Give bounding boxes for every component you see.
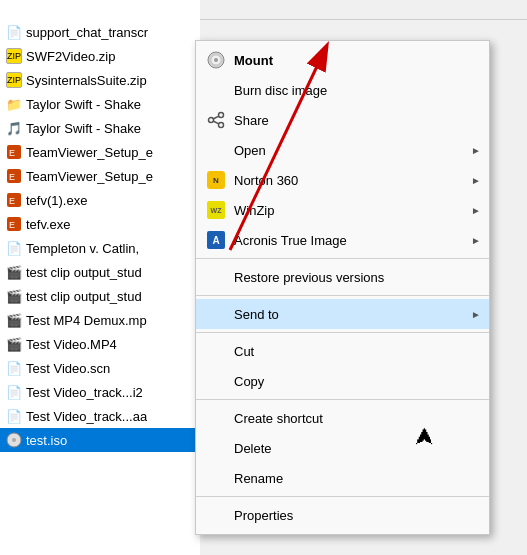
menu-item-restore[interactable]: Restore previous versions [196, 262, 489, 292]
file-name: test clip output_stud [26, 289, 142, 304]
menu-icon-share [206, 110, 226, 130]
menu-item-delete[interactable]: Delete [196, 433, 489, 463]
menu-label-restore: Restore previous versions [234, 270, 473, 285]
menu-separator [196, 496, 489, 497]
menu-label-norton: Norton 360 [234, 173, 473, 188]
file-item[interactable]: Etefv(1).exe [0, 188, 200, 212]
menu-icon-copy [206, 371, 226, 391]
file-item[interactable]: 📄Templeton v. Catlin, [0, 236, 200, 260]
svg-point-12 [214, 58, 218, 62]
file-item[interactable]: 📁Taylor Swift - Shake [0, 92, 200, 116]
svg-point-9 [12, 438, 16, 442]
file-item[interactable]: ETeamViewer_Setup_e [0, 140, 200, 164]
file-icon: ZIP [6, 72, 22, 88]
menu-item-shortcut[interactable]: Create shortcut [196, 403, 489, 433]
file-item[interactable]: 🎵Taylor Swift - Shake [0, 116, 200, 140]
menu-item-copy[interactable]: Copy [196, 366, 489, 396]
file-icon: 📄 [6, 360, 22, 376]
file-item[interactable]: 🎬Test MP4 Demux.mp [0, 308, 200, 332]
file-item[interactable]: 🎬Test Video.MP4 [0, 332, 200, 356]
menu-separator [196, 295, 489, 296]
file-item[interactable]: 📄Test Video_track...i2 [0, 380, 200, 404]
file-name: TeamViewer_Setup_e [26, 145, 153, 160]
menu-item-acronis[interactable]: AAcronis True Image► [196, 225, 489, 255]
file-item[interactable]: test.iso [0, 428, 200, 452]
file-item[interactable]: ETeamViewer_Setup_e [0, 164, 200, 188]
menu-item-share[interactable]: Share [196, 105, 489, 135]
menu-item-open[interactable]: Open► [196, 135, 489, 165]
menu-icon-sendto [206, 304, 226, 324]
menu-label-rename: Rename [234, 471, 473, 486]
file-icon: 📄 [6, 24, 22, 40]
file-icon: E [6, 216, 22, 232]
menu-label-burn: Burn disc image [234, 83, 473, 98]
file-name: Test Video.scn [26, 361, 110, 376]
menu-label-mount: Mount [234, 53, 473, 68]
file-name: Taylor Swift - Shake [26, 97, 141, 112]
file-item[interactable]: 🎬test clip output_stud [0, 284, 200, 308]
menu-label-winzip: WinZip [234, 203, 473, 218]
menu-icon-burn [206, 80, 226, 100]
menu-item-winzip[interactable]: WZWinZip► [196, 195, 489, 225]
menu-item-sendto[interactable]: Send to► [196, 299, 489, 329]
file-name: SysinternalsSuite.zip [26, 73, 147, 88]
file-name: Taylor Swift - Shake [26, 121, 141, 136]
file-item[interactable]: ZIPSWF2Video.zip [0, 44, 200, 68]
file-icon: E [6, 168, 22, 184]
file-item[interactable]: Etefv.exe [0, 212, 200, 236]
file-name: Templeton v. Catlin, [26, 241, 139, 256]
menu-icon-rename [206, 468, 226, 488]
submenu-arrow-winzip: ► [471, 205, 481, 216]
menu-icon-restore [206, 267, 226, 287]
file-item[interactable]: ZIPSysinternalsSuite.zip [0, 68, 200, 92]
menu-item-cut[interactable]: Cut [196, 336, 489, 366]
file-icon: 📄 [6, 240, 22, 256]
file-list-container: 📄support_chat_transcrZIPSWF2Video.zipZIP… [0, 0, 200, 555]
svg-line-17 [213, 121, 219, 124]
file-icon: 🎬 [6, 336, 22, 352]
file-item[interactable]: 📄Test Video_track...aa [0, 404, 200, 428]
menu-item-properties[interactable]: Properties [196, 500, 489, 530]
menu-label-sendto: Send to [234, 307, 473, 322]
menu-separator [196, 258, 489, 259]
file-item[interactable]: 📄Test Video.scn [0, 356, 200, 380]
menu-item-burn[interactable]: Burn disc image [196, 75, 489, 105]
file-name: tefv.exe [26, 217, 71, 232]
file-icon: E [6, 144, 22, 160]
menu-label-acronis: Acronis True Image [234, 233, 473, 248]
menu-icon-shortcut [206, 408, 226, 428]
menu-label-share: Share [234, 113, 473, 128]
menu-icon-winzip: WZ [206, 200, 226, 220]
file-name: TeamViewer_Setup_e [26, 169, 153, 184]
menu-label-cut: Cut [234, 344, 473, 359]
menu-icon-delete [206, 438, 226, 458]
file-icon: ZIP [6, 48, 22, 64]
svg-point-14 [219, 123, 224, 128]
submenu-arrow-open: ► [471, 145, 481, 156]
file-item[interactable]: 🎬test clip output_stud [0, 260, 200, 284]
menu-icon-cut [206, 341, 226, 361]
file-icon: 📄 [6, 408, 22, 424]
menu-item-norton[interactable]: NNorton 360► [196, 165, 489, 195]
menu-item-rename[interactable]: Rename [196, 463, 489, 493]
file-item[interactable]: 📄support_chat_transcr [0, 20, 200, 44]
file-name: support_chat_transcr [26, 25, 148, 40]
menu-icon-properties [206, 505, 226, 525]
file-name: tefv(1).exe [26, 193, 87, 208]
svg-line-16 [213, 116, 219, 119]
svg-point-15 [209, 118, 214, 123]
svg-text:E: E [9, 148, 15, 158]
svg-point-13 [219, 113, 224, 118]
file-name: Test Video_track...aa [26, 409, 147, 424]
menu-label-open: Open [234, 143, 473, 158]
menu-separator [196, 332, 489, 333]
file-name: Test MP4 Demux.mp [26, 313, 147, 328]
menu-item-mount[interactable]: Mount [196, 45, 489, 75]
submenu-arrow-acronis: ► [471, 235, 481, 246]
menu-label-shortcut: Create shortcut [234, 411, 473, 426]
file-name: Test Video_track...i2 [26, 385, 143, 400]
file-list: 📄support_chat_transcrZIPSWF2Video.zipZIP… [0, 20, 200, 535]
file-name: test.iso [26, 433, 67, 448]
menu-label-properties: Properties [234, 508, 473, 523]
menu-label-delete: Delete [234, 441, 473, 456]
